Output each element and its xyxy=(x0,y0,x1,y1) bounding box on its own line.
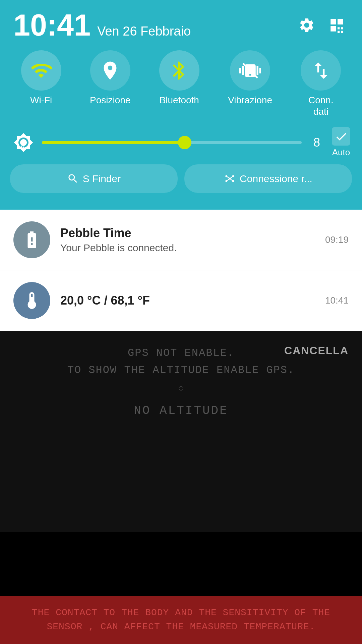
sfinder-button[interactable]: S Finder xyxy=(10,164,178,193)
app-background: CANCELLA GPS NOT ENABLE. TO SHOW THE ALT… xyxy=(0,331,362,532)
temperature-title: 20,0 °C / 68,1 °F xyxy=(60,293,315,308)
brightness-value: 8 xyxy=(308,136,325,150)
brightness-fill xyxy=(42,141,185,144)
brightness-slider[interactable] xyxy=(42,141,302,144)
pebble-time: 09:19 xyxy=(325,234,349,245)
sfinder-icon xyxy=(67,173,79,184)
date-label: Ven 26 Febbraio xyxy=(97,24,191,39)
gps-line2: TO SHOW THE ALTITUDE ENABLE GPS. xyxy=(67,364,295,376)
settings-button[interactable] xyxy=(295,13,318,37)
toggle-vibration[interactable]: Vibrazione xyxy=(228,50,272,117)
temperature-icon-circle xyxy=(13,282,50,319)
pebble-content: Pebble Time Your Pebble is connected. xyxy=(60,226,315,254)
svg-line-9 xyxy=(226,179,230,181)
svg-text:A: A xyxy=(20,143,25,151)
toggle-location[interactable]: Posizione xyxy=(90,50,130,117)
status-bar: 10:41 Ven 26 Febbraio xyxy=(0,0,362,47)
gps-dot: ○ xyxy=(13,382,349,394)
no-altitude-label: NO ALTITUDE xyxy=(13,404,349,418)
data-circle xyxy=(301,50,341,91)
brightness-auto-icon: A xyxy=(13,132,34,153)
status-icons xyxy=(295,13,349,37)
vibration-icon xyxy=(239,60,261,82)
toggle-bluetooth[interactable]: Bluetooth xyxy=(159,50,199,117)
bottom-warning: THE CONTACT TO THE BODY AND THE SENSITIV… xyxy=(0,596,362,644)
wifi-label: Wi-Fi xyxy=(30,95,52,106)
quick-toggles-row: Wi-Fi Posizione Bluetooth xyxy=(0,47,362,124)
temperature-time: 10:41 xyxy=(325,295,349,306)
temperature-content: 20,0 °C / 68,1 °F xyxy=(60,293,315,308)
notification-pebble[interactable]: Pebble Time Your Pebble is connected. 09… xyxy=(0,210,362,270)
auto-brightness-toggle[interactable]: Auto xyxy=(332,127,350,158)
svg-line-8 xyxy=(230,176,233,178)
time-date: 10:41 Ven 26 Febbraio xyxy=(13,10,191,40)
wifi-circle xyxy=(21,50,61,91)
checkbox-icon-container xyxy=(332,127,350,146)
svg-line-7 xyxy=(226,176,230,178)
toggle-wifi[interactable]: Wi-Fi xyxy=(21,50,61,117)
toggle-data[interactable]: Conn. dati xyxy=(301,50,341,117)
warning-line1: THE CONTACT TO THE BODY AND THE SENSITIV… xyxy=(32,607,330,618)
data-label: Conn. dati xyxy=(308,95,334,117)
pebble-title: Pebble Time xyxy=(60,226,315,240)
bluetooth-circle xyxy=(159,50,199,91)
location-icon xyxy=(99,60,121,82)
checkmark-icon xyxy=(335,130,348,143)
phone-icon xyxy=(22,230,42,250)
bluetooth-label: Bluetooth xyxy=(160,95,199,106)
notification-temperature[interactable]: 20,0 °C / 68,1 °F 10:41 xyxy=(0,270,362,331)
warning-line2: SENSOR , CAN AFFECT THE MEASURED TEMPERA… xyxy=(47,622,315,632)
sfinder-label: S Finder xyxy=(83,173,121,184)
clock-time: 10:41 xyxy=(13,10,90,40)
vibration-circle xyxy=(230,50,270,91)
quick-action-buttons: S Finder Connessione r... xyxy=(0,161,362,200)
brightness-icon-container: A xyxy=(12,131,35,154)
gear-icon xyxy=(298,17,315,34)
brightness-row: A 8 Auto xyxy=(0,124,362,161)
bluetooth-icon xyxy=(168,60,190,82)
data-icon xyxy=(310,60,332,82)
connection-icon xyxy=(224,173,236,184)
grid-icon xyxy=(328,17,345,34)
notifications-area: Pebble Time Your Pebble is connected. 09… xyxy=(0,210,362,331)
pebble-icon-circle xyxy=(13,221,50,258)
warning-text: THE CONTACT TO THE BODY AND THE SENSITIV… xyxy=(13,606,349,634)
thermometer-icon xyxy=(22,290,42,311)
svg-line-10 xyxy=(230,179,233,181)
connection-label: Connessione r... xyxy=(240,173,312,184)
brightness-thumb[interactable] xyxy=(178,136,191,149)
cancella-button[interactable]: CANCELLA xyxy=(284,344,349,357)
connection-button[interactable]: Connessione r... xyxy=(184,164,352,193)
notification-panel: 10:41 Ven 26 Febbraio W xyxy=(0,0,362,210)
location-circle xyxy=(90,50,130,91)
pebble-body: Your Pebble is connected. xyxy=(60,242,315,254)
gps-line1: GPS NOT ENABLE. xyxy=(128,347,234,359)
wifi-icon xyxy=(30,60,52,82)
auto-label: Auto xyxy=(332,147,350,158)
location-label: Posizione xyxy=(90,95,130,106)
vibration-label: Vibrazione xyxy=(228,95,272,106)
grid-button[interactable] xyxy=(325,13,349,37)
